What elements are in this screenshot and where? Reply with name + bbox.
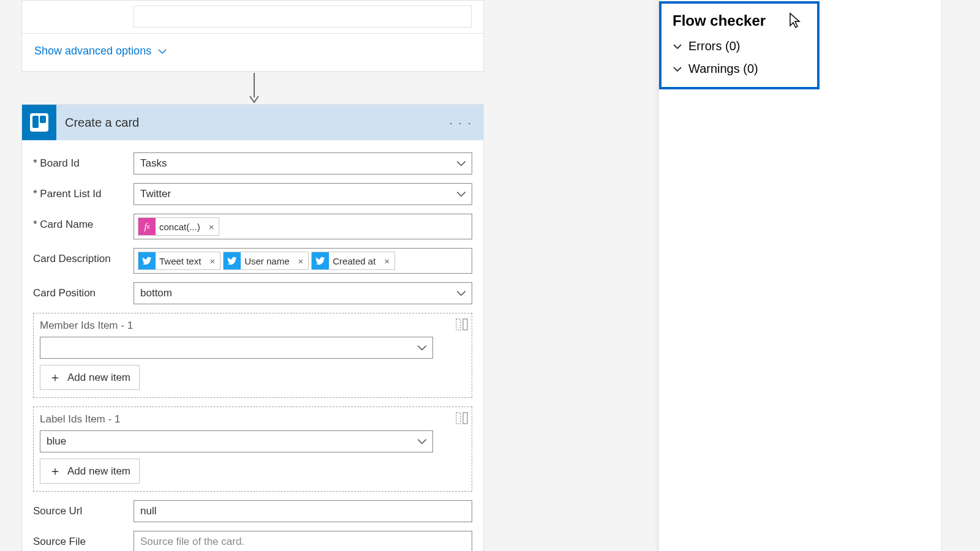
switch-array-mode-button[interactable] — [454, 317, 469, 332]
label-parent-list-id: Parent List Id — [33, 183, 134, 200]
label-ids-section: Label Ids Item - 1 blue ＋ Add new item — [33, 407, 472, 492]
twitter-icon — [224, 252, 241, 269]
action-card-create: Create a card · · · Board Id Tasks Paren… — [21, 104, 484, 551]
switch-array-mode-button[interactable] — [454, 411, 469, 425]
label-board-id: Board Id — [33, 152, 134, 170]
label-source-url: Source Url — [33, 500, 134, 517]
trello-icon — [22, 105, 56, 140]
label-ids-title: Label Ids Item - 1 — [40, 413, 466, 425]
chevron-down-icon — [456, 189, 467, 200]
plus-icon: ＋ — [49, 463, 61, 479]
chevron-down-icon — [673, 42, 682, 51]
card-position-select[interactable]: bottom — [134, 282, 472, 304]
chevron-down-icon — [456, 288, 467, 299]
dynamic-token-created-at[interactable]: Created at × — [311, 252, 395, 270]
dynamic-token-user-name[interactable]: User name × — [223, 252, 309, 270]
remove-token-button[interactable]: × — [293, 256, 309, 266]
flow-arrow-icon — [248, 73, 260, 103]
chevron-down-icon — [157, 47, 167, 56]
remove-token-button[interactable]: × — [205, 256, 220, 266]
twitter-icon — [138, 252, 156, 269]
fx-icon: fx — [138, 218, 156, 235]
svg-rect-1 — [456, 319, 461, 330]
flow-checker-warnings-row[interactable]: Warnings (0) — [673, 62, 806, 76]
label-card-position: Card Position — [33, 282, 134, 299]
flow-checker-errors-row[interactable]: Errors (0) — [673, 39, 806, 53]
twitter-icon — [312, 252, 329, 269]
member-ids-select[interactable] — [40, 337, 433, 359]
action-title: Create a card — [65, 116, 449, 130]
flow-checker-highlight: Flow checker Errors (0) Warnings (0) — [659, 1, 820, 89]
source-url-input[interactable]: null — [134, 500, 472, 522]
previous-action-footer: Show advanced options — [21, 34, 484, 72]
dynamic-token-tweet-text[interactable]: Tweet text × — [138, 252, 221, 270]
previous-action-panel — [21, 0, 484, 34]
more-menu-button[interactable]: · · · — [449, 116, 472, 130]
member-ids-title: Member Ids Item - 1 — [40, 320, 466, 332]
show-advanced-label: Show advanced options — [34, 45, 151, 58]
label-card-name: Card Name — [33, 214, 134, 231]
add-label-id-button[interactable]: ＋ Add new item — [40, 459, 140, 484]
parent-list-id-select[interactable]: Twitter — [134, 183, 472, 205]
card-name-input[interactable]: fx concat(...) × — [134, 214, 472, 239]
action-header[interactable]: Create a card · · · — [22, 105, 483, 140]
remove-token-button[interactable]: × — [204, 222, 219, 232]
flow-checker-title: Flow checker — [673, 12, 806, 29]
plus-icon: ＋ — [49, 369, 61, 386]
chevron-down-icon — [417, 436, 428, 447]
member-ids-section: Member Ids Item - 1 ＋ Add new item — [33, 313, 472, 398]
label-card-description: Card Description — [33, 248, 134, 265]
svg-rect-4 — [463, 413, 467, 424]
board-id-select[interactable]: Tasks — [134, 152, 472, 174]
card-description-input[interactable]: Tweet text × User name × Created at × — [134, 248, 472, 274]
expression-token[interactable]: fx concat(...) × — [138, 217, 219, 236]
add-member-id-button[interactable]: ＋ Add new item — [40, 365, 140, 390]
svg-rect-3 — [456, 413, 461, 424]
remove-token-button[interactable]: × — [379, 256, 394, 266]
show-advanced-options-link[interactable]: Show advanced options — [34, 45, 167, 58]
label-ids-select[interactable]: blue — [40, 430, 433, 452]
source-file-input[interactable]: Source file of the card. — [134, 531, 472, 551]
chevron-down-icon — [456, 158, 467, 169]
label-source-file: Source File — [33, 531, 134, 548]
svg-rect-2 — [463, 319, 467, 330]
chevron-down-icon — [673, 64, 682, 74]
chevron-down-icon — [417, 342, 428, 353]
